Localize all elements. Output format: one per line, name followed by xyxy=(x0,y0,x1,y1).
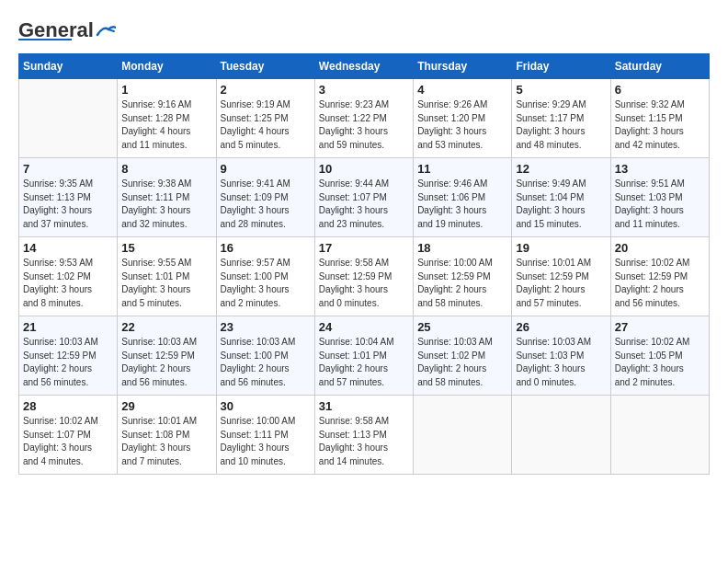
calendar-cell xyxy=(19,79,118,158)
day-number: 26 xyxy=(516,320,606,334)
day-info: Sunrise: 9:58 AM Sunset: 1:13 PM Dayligh… xyxy=(319,415,409,468)
page-header: General xyxy=(18,18,710,39)
calendar-cell: 14Sunrise: 9:53 AM Sunset: 1:02 PM Dayli… xyxy=(19,237,118,316)
calendar-week-1: 1Sunrise: 9:16 AM Sunset: 1:28 PM Daylig… xyxy=(19,79,710,158)
day-number: 21 xyxy=(23,320,113,334)
day-info: Sunrise: 9:35 AM Sunset: 1:13 PM Dayligh… xyxy=(23,178,113,231)
calendar-cell: 12Sunrise: 9:49 AM Sunset: 1:04 PM Dayli… xyxy=(512,158,610,237)
day-number: 9 xyxy=(221,162,311,176)
calendar-cell: 5Sunrise: 9:29 AM Sunset: 1:17 PM Daylig… xyxy=(512,79,610,158)
calendar-cell: 27Sunrise: 10:02 AM Sunset: 1:05 PM Dayl… xyxy=(610,316,709,396)
header-day-tuesday: Tuesday xyxy=(216,54,314,79)
calendar-cell: 11Sunrise: 9:46 AM Sunset: 1:06 PM Dayli… xyxy=(414,158,512,237)
day-info: Sunrise: 9:58 AM Sunset: 12:59 PM Daylig… xyxy=(319,257,409,310)
calendar-cell xyxy=(512,396,610,475)
header-day-wednesday: Wednesday xyxy=(314,54,413,79)
day-info: Sunrise: 10:03 AM Sunset: 12:59 PM Dayli… xyxy=(121,336,211,389)
day-number: 14 xyxy=(23,241,113,255)
calendar-cell: 15Sunrise: 9:55 AM Sunset: 1:01 PM Dayli… xyxy=(118,237,216,316)
calendar-week-5: 28Sunrise: 10:02 AM Sunset: 1:07 PM Dayl… xyxy=(19,396,710,475)
day-info: Sunrise: 9:23 AM Sunset: 1:22 PM Dayligh… xyxy=(319,98,409,152)
day-info: Sunrise: 10:00 AM Sunset: 1:11 PM Daylig… xyxy=(221,415,311,468)
header-day-monday: Monday xyxy=(118,54,216,79)
calendar-cell xyxy=(414,396,512,475)
calendar-cell: 10Sunrise: 9:44 AM Sunset: 1:07 PM Dayli… xyxy=(314,158,413,237)
calendar-cell: 13Sunrise: 9:51 AM Sunset: 1:03 PM Dayli… xyxy=(610,158,709,237)
day-number: 27 xyxy=(615,320,705,334)
day-number: 31 xyxy=(319,399,409,413)
day-info: Sunrise: 10:04 AM Sunset: 1:01 PM Daylig… xyxy=(319,336,409,389)
logo: General xyxy=(18,18,116,39)
calendar-cell: 19Sunrise: 10:01 AM Sunset: 12:59 PM Day… xyxy=(512,237,610,316)
day-number: 18 xyxy=(417,241,507,255)
day-number: 28 xyxy=(23,399,113,413)
calendar-cell: 21Sunrise: 10:03 AM Sunset: 12:59 PM Day… xyxy=(19,316,118,396)
day-number: 22 xyxy=(121,320,211,334)
day-info: Sunrise: 10:02 AM Sunset: 1:07 PM Daylig… xyxy=(23,415,113,468)
day-info: Sunrise: 9:51 AM Sunset: 1:03 PM Dayligh… xyxy=(615,178,705,231)
header-day-friday: Friday xyxy=(512,54,610,79)
day-number: 5 xyxy=(516,83,606,97)
calendar-cell: 9Sunrise: 9:41 AM Sunset: 1:09 PM Daylig… xyxy=(216,158,314,237)
calendar-cell: 3Sunrise: 9:23 AM Sunset: 1:22 PM Daylig… xyxy=(314,79,413,158)
calendar-cell: 31Sunrise: 9:58 AM Sunset: 1:13 PM Dayli… xyxy=(314,396,413,475)
calendar-cell: 20Sunrise: 10:02 AM Sunset: 12:59 PM Day… xyxy=(610,237,709,316)
day-info: Sunrise: 9:53 AM Sunset: 1:02 PM Dayligh… xyxy=(23,257,113,310)
calendar-cell: 23Sunrise: 10:03 AM Sunset: 1:00 PM Dayl… xyxy=(216,316,314,396)
day-info: Sunrise: 10:03 AM Sunset: 1:00 PM Daylig… xyxy=(221,336,311,389)
header-day-saturday: Saturday xyxy=(610,54,709,79)
day-info: Sunrise: 9:44 AM Sunset: 1:07 PM Dayligh… xyxy=(319,178,409,231)
day-info: Sunrise: 10:01 AM Sunset: 1:08 PM Daylig… xyxy=(121,415,211,468)
day-number: 6 xyxy=(615,83,705,97)
day-number: 25 xyxy=(417,320,507,334)
calendar-cell xyxy=(610,396,709,475)
day-number: 10 xyxy=(319,162,409,176)
calendar-cell: 7Sunrise: 9:35 AM Sunset: 1:13 PM Daylig… xyxy=(19,158,118,237)
calendar-week-3: 14Sunrise: 9:53 AM Sunset: 1:02 PM Dayli… xyxy=(19,237,710,316)
day-info: Sunrise: 9:49 AM Sunset: 1:04 PM Dayligh… xyxy=(516,178,606,231)
calendar-table: SundayMondayTuesdayWednesdayThursdayFrid… xyxy=(18,53,710,475)
day-info: Sunrise: 9:38 AM Sunset: 1:11 PM Dayligh… xyxy=(121,178,211,231)
day-number: 23 xyxy=(221,320,311,334)
header-day-thursday: Thursday xyxy=(414,54,512,79)
calendar-cell: 26Sunrise: 10:03 AM Sunset: 1:03 PM Dayl… xyxy=(512,316,610,396)
calendar-cell: 4Sunrise: 9:26 AM Sunset: 1:20 PM Daylig… xyxy=(414,79,512,158)
day-info: Sunrise: 10:01 AM Sunset: 12:59 PM Dayli… xyxy=(516,257,606,310)
day-number: 29 xyxy=(121,399,211,413)
day-number: 8 xyxy=(121,162,211,176)
calendar-cell: 30Sunrise: 10:00 AM Sunset: 1:11 PM Dayl… xyxy=(216,396,314,475)
day-info: Sunrise: 9:46 AM Sunset: 1:06 PM Dayligh… xyxy=(417,178,507,231)
calendar-week-2: 7Sunrise: 9:35 AM Sunset: 1:13 PM Daylig… xyxy=(19,158,710,237)
day-info: Sunrise: 10:02 AM Sunset: 12:59 PM Dayli… xyxy=(615,257,705,310)
day-number: 2 xyxy=(221,83,311,97)
calendar-header-row: SundayMondayTuesdayWednesdayThursdayFrid… xyxy=(19,54,710,79)
logo-divider xyxy=(18,39,72,40)
day-info: Sunrise: 10:03 AM Sunset: 1:02 PM Daylig… xyxy=(417,336,507,389)
calendar-cell: 6Sunrise: 9:32 AM Sunset: 1:15 PM Daylig… xyxy=(610,79,709,158)
day-info: Sunrise: 10:02 AM Sunset: 1:05 PM Daylig… xyxy=(615,336,705,389)
day-number: 1 xyxy=(121,83,211,97)
day-number: 12 xyxy=(516,162,606,176)
calendar-cell: 16Sunrise: 9:57 AM Sunset: 1:00 PM Dayli… xyxy=(216,237,314,316)
calendar-week-4: 21Sunrise: 10:03 AM Sunset: 12:59 PM Day… xyxy=(19,316,710,396)
day-number: 7 xyxy=(23,162,113,176)
day-info: Sunrise: 9:55 AM Sunset: 1:01 PM Dayligh… xyxy=(121,257,211,310)
day-number: 3 xyxy=(319,83,409,97)
day-info: Sunrise: 9:16 AM Sunset: 1:28 PM Dayligh… xyxy=(121,98,211,152)
day-info: Sunrise: 9:26 AM Sunset: 1:20 PM Dayligh… xyxy=(417,98,507,152)
day-number: 30 xyxy=(221,399,311,413)
day-number: 4 xyxy=(417,83,507,97)
calendar-cell: 1Sunrise: 9:16 AM Sunset: 1:28 PM Daylig… xyxy=(118,79,216,158)
day-info: Sunrise: 10:03 AM Sunset: 1:03 PM Daylig… xyxy=(516,336,606,389)
day-number: 19 xyxy=(516,241,606,255)
day-number: 20 xyxy=(615,241,705,255)
day-number: 16 xyxy=(221,241,311,255)
day-number: 13 xyxy=(615,162,705,176)
day-number: 15 xyxy=(121,241,211,255)
day-info: Sunrise: 9:29 AM Sunset: 1:17 PM Dayligh… xyxy=(516,98,606,152)
day-number: 24 xyxy=(319,320,409,334)
day-number: 17 xyxy=(319,241,409,255)
day-info: Sunrise: 9:19 AM Sunset: 1:25 PM Dayligh… xyxy=(221,98,311,152)
calendar-cell: 18Sunrise: 10:00 AM Sunset: 12:59 PM Day… xyxy=(414,237,512,316)
day-info: Sunrise: 10:03 AM Sunset: 12:59 PM Dayli… xyxy=(23,336,113,389)
